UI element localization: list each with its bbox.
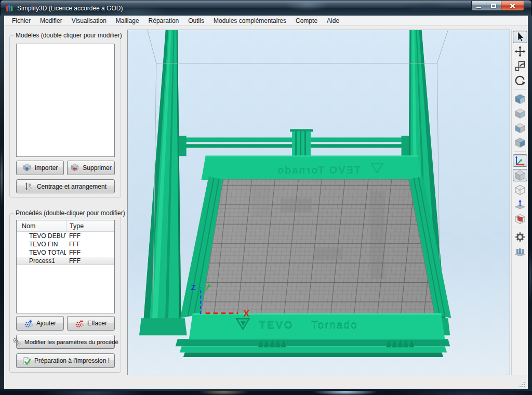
normals-view-toggle[interactable] [513,198,527,210]
processes-table-header[interactable]: Nom Type [17,220,114,232]
axes-icon [514,154,526,167]
x-axis-label: X [244,309,250,319]
base-left-corner [139,318,187,335]
solid-cube-icon [514,169,526,181]
delete-button-label: Supprimer [83,164,111,172]
print-bed [201,179,435,314]
minimize-button[interactable] [471,1,486,11]
menu-modifier[interactable]: Modifier [35,16,67,26]
menu-fichier[interactable]: Fichier [7,16,35,26]
content-area: Modèles (double cliquer pour modifier) I… [4,26,528,389]
models-groupbox: Modèles (double cliquer pour modifier) I… [9,35,121,198]
menu-modules[interactable]: Modules complémentaires [209,16,291,26]
wireframe-cube-icon [514,183,526,196]
move-tool[interactable] [513,45,527,58]
add-process-button[interactable]: Ajouter [16,316,64,331]
window-border-left [0,16,4,389]
view-side-cube[interactable] [513,107,527,120]
scale-tool[interactable] [513,60,527,72]
window-border-bottom [0,389,532,391]
menu-outils[interactable]: Outils [183,16,209,26]
delete-button[interactable]: Supprimer [67,161,115,175]
window-title: Simplify3D (Licence accordée à GOD) [17,1,123,16]
axes-toggle[interactable] [513,154,527,167]
erase-process-button[interactable]: Effacer [67,316,115,331]
processes-table: Nom Type TEVO DEBUT FFF TEVO FIN FFF T [16,220,115,313]
left-panel: Modèles (double cliquer pour modifier) I… [4,30,127,375]
solid-view-toggle[interactable] [513,169,527,181]
view-bottom-cube[interactable] [513,136,527,149]
gear-icon [514,231,526,243]
menu-aide[interactable]: Aide [322,16,344,26]
add-process-button-label: Ajouter [36,320,56,327]
toolbar-separator [514,151,526,152]
back-rail-embossed-text: TEVO Tornado [276,164,361,176]
window-controls [471,1,524,11]
app-logo-icon [5,4,14,12]
process-name: TEVO FIN [17,241,66,248]
column-header-type[interactable]: Type [66,220,114,231]
close-button[interactable] [501,1,524,11]
front-rail-model-text: Tornado [311,318,358,330]
prepare-print-button[interactable]: Préparation à l'impression ! [16,353,115,368]
maximize-button[interactable] [486,1,501,11]
process-row-selected[interactable]: Process1 FFF [17,257,114,265]
titlebar: Simplify3D (Licence accordée à GOD) [0,0,532,16]
cursor-arrow-icon [514,31,526,43]
printer-back-rail: TEVO Tornado [202,156,422,180]
processes-group-label: Procédés (double-cliquer pour modifier) [14,209,127,217]
toolbar-separator [514,228,526,228]
process-name: TEVO TOTAL [17,249,66,256]
menu-maillage[interactable]: Maillage [111,16,144,26]
view-cube-front-icon [514,122,526,134]
import-button-label: Importer [35,164,58,172]
view-front-cube[interactable] [513,122,527,134]
process-name: Process1 [17,257,66,265]
column-header-name[interactable]: Nom [17,222,66,230]
z-axis-label: Z [191,283,196,292]
process-name: TEVO DEBUT [17,232,66,240]
surface-normal-icon [514,198,526,210]
view-cube-bottom-icon [514,136,526,149]
process-row[interactable]: TEVO FIN FFF [17,240,114,248]
rotate-tool[interactable] [513,74,527,87]
menu-reparation[interactable]: Réparation [144,16,184,26]
center-arrange-button[interactable]: Centrage et arrangement [16,179,115,193]
process-row[interactable]: TEVO TOTAL FFF [17,248,114,257]
desktop: Simplify3D (Licence accordée à GOD) Fich… [0,0,532,395]
support-structures-tool[interactable] [513,245,527,258]
process-type: FFF [66,241,114,248]
view-iso-cube[interactable] [513,93,527,105]
delete-cube-minus-icon [70,163,79,173]
edit-process-settings-button[interactable]: Modifier les paramètres du procédé [16,335,115,349]
viewport-3d[interactable]: TEVO Tornado [127,30,510,375]
menubar: Fichier Modifier Visualisation Maillage … [4,16,528,26]
menu-compte[interactable]: Compte [291,16,322,26]
toolbar-separator [514,89,526,90]
select-tool[interactable] [513,31,527,43]
machine-settings[interactable] [513,231,527,243]
processes-groupbox: Procédés (double-cliquer pour modifier) … [9,213,121,373]
app-window: Simplify3D (Licence accordée à GOD) Fich… [0,0,532,391]
center-arrange-icon [24,182,34,191]
printer-front-base: TEVO TEVO Tornado Tornado [176,314,450,357]
right-toolbar [511,30,528,375]
window-resize-grip[interactable] [520,381,526,387]
process-type: FFF [66,232,114,240]
edit-process-settings-label: Modifier les paramètres du procédé [24,339,118,345]
minimize-icon [476,7,481,8]
scale-icon [514,60,526,72]
menu-visualisation[interactable]: Visualisation [67,16,111,26]
cross-section-tool[interactable] [513,213,527,225]
import-button[interactable]: Importer [16,161,64,175]
view-cube-side-icon [514,107,526,120]
process-type: FFF [66,257,114,265]
import-cube-plus-icon [22,163,32,173]
supports-icon [514,245,526,258]
process-row[interactable]: TEVO DEBUT FFF [17,232,114,240]
window-border-right [528,16,532,389]
wireframe-view-toggle[interactable] [513,183,527,196]
cross-section-icon [514,213,526,225]
models-list[interactable] [16,44,115,157]
printer-scene: TEVO Tornado [128,30,510,375]
